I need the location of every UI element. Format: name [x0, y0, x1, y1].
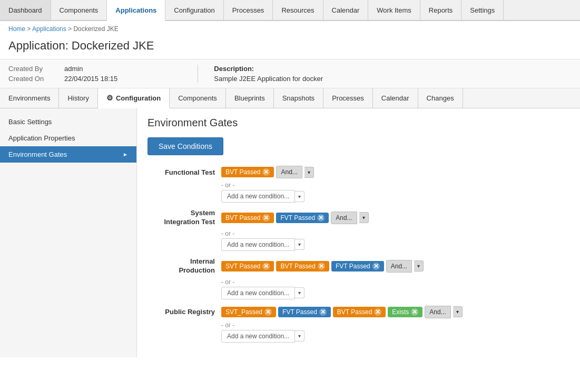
- or-separator-ip: - or -: [221, 277, 569, 287]
- add-condition-caret-ip[interactable]: ▾: [295, 287, 304, 298]
- or-separator-sit: - or -: [221, 229, 569, 238]
- tag-close-icon[interactable]: ✕: [411, 308, 418, 316]
- tab-blueprints[interactable]: Blueprints: [226, 88, 274, 108]
- and-dropdown-pr[interactable]: ▾: [453, 306, 463, 317]
- breadcrumb-home[interactable]: Home: [8, 25, 25, 33]
- add-condition-button-ip[interactable]: Add a new condition...: [221, 287, 295, 299]
- conditions-row-functional-test: BVT Passed ✕ And...▾: [221, 166, 314, 178]
- tag-text: BVT Passed: [225, 214, 260, 222]
- gate-row-public-registry: Public Registry SVT_Passed ✕ FVT Passed …: [148, 306, 569, 318]
- meta-divider: [198, 65, 198, 83]
- sidebar-item-app-properties[interactable]: Application Properties: [0, 130, 136, 146]
- tab-changes[interactable]: Changes: [418, 88, 463, 108]
- tag-text: BVT Passed: [337, 308, 372, 316]
- gate-label-system-integration: SystemIntegration Test: [148, 209, 221, 227]
- nav-reports[interactable]: Reports: [420, 0, 462, 20]
- main-layout: Basic Settings Application Properties En…: [0, 108, 580, 357]
- tag-text: FVT Passed: [282, 308, 317, 316]
- nav-dashboard[interactable]: Dashboard: [0, 0, 51, 20]
- nav-resources[interactable]: Resources: [273, 0, 323, 20]
- add-condition-button-pr[interactable]: Add a new condition...: [221, 330, 295, 343]
- add-condition-caret-sit[interactable]: ▾: [295, 239, 304, 250]
- or-separator-pr: - or -: [221, 320, 569, 330]
- created-by-value: admin: [64, 65, 83, 73]
- created-on-label: Created On: [8, 75, 56, 83]
- tag-bvt-passed-sit: BVT Passed ✕: [221, 213, 274, 223]
- add-condition-button-sit[interactable]: Add a new condition...: [221, 238, 295, 251]
- sub-tabs: Environments History ⚙Configuration Comp…: [0, 88, 580, 108]
- tag-close-icon[interactable]: ✕: [318, 263, 325, 270]
- nav-processes[interactable]: Processes: [224, 0, 273, 20]
- gate-internal-production: InternalProduction SVT Passed ✕ BVT Pass…: [148, 257, 569, 299]
- tag-text: SVT Passed: [225, 263, 260, 270]
- nav-calendar[interactable]: Calendar: [323, 0, 369, 20]
- and-button-pr[interactable]: And...: [425, 306, 450, 318]
- add-condition-button-functional[interactable]: Add a new condition...: [221, 190, 295, 203]
- created-by-label: Created By: [8, 65, 56, 73]
- tag-close-icon[interactable]: ✕: [264, 308, 272, 316]
- nav-components[interactable]: Components: [51, 0, 107, 20]
- breadcrumb-current: Dockerized JKE: [73, 25, 118, 33]
- tag-close-icon[interactable]: ✕: [262, 214, 270, 222]
- nav-settings[interactable]: Settings: [461, 0, 504, 20]
- tag-text: FVT Passed: [336, 263, 370, 270]
- add-condition-caret-pr[interactable]: ▾: [295, 330, 304, 341]
- sidebar-item-environment-gates[interactable]: Environment Gates ►: [0, 146, 136, 163]
- page-title: Application: Dockerized JKE: [0, 37, 580, 59]
- and-button-ip[interactable]: And...: [386, 260, 412, 273]
- and-button-functional[interactable]: And...: [276, 166, 302, 178]
- tag-text: Exists: [392, 308, 409, 316]
- tag-svt-underscore-passed-pr: SVT_Passed ✕: [221, 307, 276, 317]
- tag-close-icon[interactable]: ✕: [374, 308, 381, 316]
- and-button-sit[interactable]: And...: [331, 212, 357, 224]
- breadcrumb-applications[interactable]: Applications: [32, 25, 66, 33]
- nav-applications[interactable]: Applications: [107, 0, 165, 21]
- tab-components[interactable]: Components: [170, 88, 226, 108]
- created-on-value: 22/04/2015 18:15: [64, 75, 117, 83]
- tab-configuration[interactable]: ⚙Configuration: [98, 88, 170, 108]
- description-label: Description:: [214, 65, 572, 73]
- tag-fvt-passed-sit: FVT Passed ✕: [276, 213, 329, 223]
- add-condition-row-ip: Add a new condition...▾: [221, 287, 569, 299]
- sidebar: Basic Settings Application Properties En…: [0, 108, 137, 357]
- chevron-right-icon: ►: [123, 152, 128, 157]
- tab-snapshots[interactable]: Snapshots: [274, 88, 323, 108]
- conditions-row-public-registry: SVT_Passed ✕ FVT Passed ✕ BVT Passed ✕ E…: [221, 306, 463, 318]
- tag-bvt-passed-ip: BVT Passed ✕: [276, 261, 329, 272]
- gate-row-functional-test: Functional Test BVT Passed ✕ And...▾: [148, 166, 569, 178]
- tag-close-icon[interactable]: ✕: [372, 263, 380, 270]
- save-conditions-button[interactable]: Save Conditions: [148, 137, 223, 155]
- tag-close-icon[interactable]: ✕: [317, 214, 325, 222]
- and-dropdown-ip[interactable]: ▾: [414, 260, 424, 272]
- content-title: Environment Gates: [148, 117, 569, 129]
- tag-text: SVT_Passed: [225, 308, 262, 316]
- conditions-row-internal-production: SVT Passed ✕ BVT Passed ✕ FVT Passed ✕ A…: [221, 260, 424, 273]
- breadcrumb: Home > Applications > Dockerized JKE: [0, 21, 580, 37]
- gate-functional-test: Functional Test BVT Passed ✕ And...▾ - o…: [148, 166, 569, 203]
- add-condition-row-pr: Add a new condition...▾: [221, 330, 569, 343]
- gate-system-integration: SystemIntegration Test BVT Passed ✕ FVT …: [148, 209, 569, 251]
- top-navigation: Dashboard Components Applications Config…: [0, 0, 580, 21]
- nav-workitems[interactable]: Work Items: [368, 0, 420, 20]
- tab-calendar[interactable]: Calendar: [373, 88, 418, 108]
- tag-close-icon[interactable]: ✕: [262, 168, 270, 176]
- tag-text: BVT Passed: [280, 263, 315, 270]
- add-condition-caret-functional[interactable]: ▾: [295, 191, 304, 202]
- tag-close-icon[interactable]: ✕: [319, 308, 327, 316]
- tag-close-icon[interactable]: ✕: [262, 263, 270, 270]
- tab-history[interactable]: History: [59, 88, 97, 108]
- gate-row-internal-production: InternalProduction SVT Passed ✕ BVT Pass…: [148, 257, 569, 275]
- meta-info: Created By admin Created On 22/04/2015 1…: [0, 59, 580, 88]
- tag-fvt-passed-pr: FVT Passed ✕: [278, 307, 331, 317]
- description-value: Sample J2EE Application for docker: [214, 75, 572, 83]
- nav-configuration[interactable]: Configuration: [165, 0, 223, 20]
- tag-fvt-passed-ip: FVT Passed ✕: [331, 261, 384, 272]
- and-dropdown-sit[interactable]: ▾: [359, 212, 369, 223]
- gate-label-functional-test: Functional Test: [148, 168, 221, 176]
- tab-environments[interactable]: Environments: [0, 88, 59, 108]
- content-area: Environment Gates Save Conditions Functi…: [137, 108, 580, 357]
- sidebar-item-basic-settings[interactable]: Basic Settings: [0, 114, 136, 130]
- tab-processes[interactable]: Processes: [323, 88, 373, 108]
- and-dropdown-functional[interactable]: ▾: [304, 167, 314, 178]
- gate-label-internal-production: InternalProduction: [148, 257, 221, 275]
